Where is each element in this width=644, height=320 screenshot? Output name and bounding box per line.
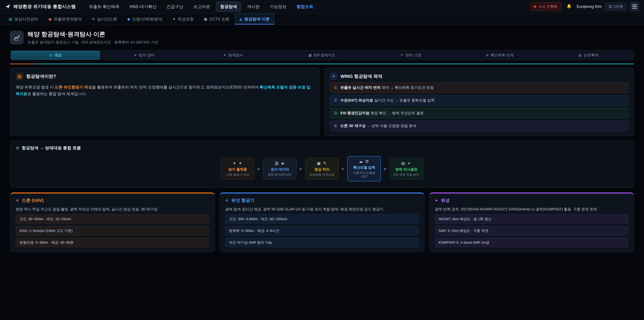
what-is-aerial-search-card: ▤ 항공탐색이란? 해양 유류오염 발생 시 드론·유인항공기·위성을 활용하여…	[10, 68, 320, 136]
satellite-icon: ✦	[224, 53, 226, 57]
tab-detection-equipment[interactable]: ✈ 탐지 장비	[100, 51, 189, 60]
incident-badge-label: 사고 진행중	[538, 4, 558, 9]
tab-label: 확산예측 연계	[490, 53, 514, 58]
flow-panel-title: ⚙ 항공탐색 → 방제대응 통합 흐름	[16, 145, 628, 151]
flow-step-response-decision: ▤ ✔ 방제 의사결정 ESI 연계·자원 배치	[390, 158, 423, 180]
tab-papers-patents[interactable]: ▤ 논문특허	[544, 51, 633, 60]
number-3-icon: ③	[334, 111, 338, 115]
tab-label: 원격탐사	[228, 53, 243, 58]
overview-icon: ◎	[49, 53, 52, 57]
pencil-icon: ✎	[400, 53, 403, 57]
nav-board[interactable]: 게시판	[243, 2, 264, 12]
flow-step-subtitle: ESI 연계·자원 배치	[392, 173, 421, 177]
app-root: 해양환경 위기대응 통합시스템 유출유 확산예측 HNS·대기확산 긴급구난 보…	[0, 0, 644, 320]
flow-arrow-icon: ▶	[258, 167, 260, 171]
tab-label: 면적 산정	[405, 53, 421, 58]
subnav-realtime-drone[interactable]: ✈ 실시간드론	[87, 14, 122, 25]
spec-row: 고도: 30~500m · 속도: 15~25m/s	[16, 214, 209, 224]
page-subtitle: 유출유 원격탐지·항공감시 기법 · ESI 방제정보지도 · 등록특허 10-…	[28, 40, 158, 45]
page-header-text: 해양 항공탐색·원격탐사 이론 유출유 원격탐지·항공감시 기법 · ESI 방…	[28, 30, 158, 45]
number-4-icon: ④	[334, 124, 338, 128]
page-header: 해양 항공탐색·원격탐사 이론 유출유 원격탐지·항공감시 기법 · ESI 방…	[10, 30, 634, 45]
purpose-text: 유출유 실시간 위치·면적 파악 → 확산예측 초기조건 보정	[340, 85, 434, 90]
tab-area-calculation[interactable]: ✎ 면적 산정	[366, 51, 455, 60]
text-segment: 로 활용하는 통합 탐색 체계입니다.	[27, 92, 87, 96]
gear-icon: ⚙	[16, 146, 20, 150]
chart-icon: ◭	[240, 17, 242, 21]
user-name: Eunjeong Kim	[577, 4, 602, 9]
droplet-3d-icon: ◆	[127, 17, 130, 21]
platform-description: 광역·반복 관측. SST(NOAA AVHRR·NGSST)·SAR(Sent…	[435, 206, 628, 212]
main-content: 해양 항공탐색·원격탐사 이론 유출유 원격탐지·항공감시 기법 · ESI 방…	[0, 25, 644, 266]
card-header: ✈ 드론 (UAV)	[16, 197, 209, 203]
nav-oil-spill-prediction[interactable]: 유출유 확산예측	[84, 2, 124, 12]
hamburger-menu-button[interactable]	[630, 2, 639, 11]
alert-dot-icon	[534, 6, 536, 8]
subnav-aerial-search-theory[interactable]: ◭ 항공탐색 이론	[235, 14, 274, 25]
line-chart-icon	[10, 31, 24, 44]
nav-integrated-search[interactable]: 통합조회	[292, 2, 318, 12]
purpose-item-3: ③ ESI 환경민감자원 현장 확인 → 방제 우선순위 결정	[330, 108, 628, 118]
subnav-label: 실시간드론	[97, 17, 117, 22]
notifications-bell-button[interactable]	[565, 2, 574, 11]
tab-label: 개요	[54, 53, 62, 58]
nav-weather-info[interactable]: 기상정보	[265, 2, 291, 12]
nav-aerial-search[interactable]: 항공탐색	[216, 2, 241, 12]
sub-navigation-bar: ▤ 영상사진관리 ◉ 유출유면적분석 ✈ 실시간드론 ◆ 오염/선박3D분석 ✦…	[0, 14, 644, 25]
purpose-rest: 실시간 수신 → 유출유 풍화모델 입력	[373, 98, 435, 102]
subnav-oil-area-analysis[interactable]: ◉ 유출유면적분석	[44, 14, 86, 25]
link-icon: ⇄	[486, 53, 488, 57]
subnav-label: 유출유면적분석	[54, 17, 82, 22]
wing-purpose-card: ✦ WING 항공탐색 목적 ① 유출유 실시간 위치·면적 파악 → 확산예측…	[324, 68, 634, 136]
map-icon: ▦	[308, 53, 312, 57]
platform-title: 위성	[441, 197, 450, 203]
tab-prediction-link[interactable]: ⇄ 확산예측 연계	[455, 51, 544, 60]
text-segment: 을 활용하여 유출유의 위치·면적·오염형태를 실시간으로 탐지하고, 방제정보…	[92, 85, 260, 89]
tab-remote-sensing[interactable]: ✦ 원격탐사	[189, 51, 278, 60]
purpose-strong: 드론 3D 재구성	[340, 124, 366, 128]
nav-emergency-rescue[interactable]: 긴급구난	[162, 2, 188, 12]
number-1-icon: ①	[334, 85, 338, 90]
hamburger-bar	[632, 5, 637, 5]
purpose-item-1: ① 유출유 실시간 위치·면적 파악 → 확산예측 초기조건 보정	[330, 82, 628, 93]
app-logo[interactable]: 해양환경 위기대응 통합시스템	[5, 4, 76, 10]
flow-step-title: 방제 의사결정	[392, 167, 421, 172]
card-header: ▤ 항공탐색이란?	[16, 73, 314, 80]
spec-row: NGSST: 5km 해상도 · 일 1회 갱신	[435, 214, 628, 224]
subnav-image-photo-management[interactable]: ▤ 영상사진관리	[4, 14, 43, 25]
spec-row: SAR: 5~25m 해상도 · 구름 무관	[435, 226, 628, 235]
subnav-label: 위성요청	[178, 17, 194, 22]
subnav-cctv-view[interactable]: ▣ CCTV 조회	[199, 14, 234, 25]
satellite-icon: ✦	[172, 17, 176, 21]
overview-section: ▤ 항공탐색이란? 해양 유류오염 발생 시 드론·유인항공기·위성을 활용하여…	[10, 68, 634, 136]
section-accent-divider	[10, 64, 634, 64]
logout-button[interactable]: 로그아웃	[605, 2, 626, 11]
nav-reports[interactable]: 보고자료	[189, 2, 214, 12]
tab-overview[interactable]: ◎ 개요	[11, 51, 100, 60]
tab-esi-map[interactable]: ▦ ESI 방제지도	[278, 51, 366, 60]
page-title: 해양 항공탐색·원격탐사 이론	[28, 30, 158, 39]
purpose-text: 드론 3D 재구성 → 선박 식별·오염원 정밀 분석	[340, 123, 416, 128]
top-navigation-bar: 해양환경 위기대응 통합시스템 유출유 확산예측 HNS·대기확산 긴급구난 보…	[0, 0, 644, 14]
spec-row: GSD: 1~5cm/px (100m 고도 기준)	[16, 226, 209, 235]
flow-step-detection-platform: ✈ ✦ 탐지 플랫폼 드론·항공기·위성	[221, 158, 254, 180]
hamburger-bar	[632, 8, 637, 9]
platform-icons: ✈ ✦	[223, 161, 252, 166]
tab-label: ESI 방제지도	[314, 53, 336, 58]
flow-step-subtitle: 드론·항공기·위성	[223, 173, 252, 177]
nav-hns-dispersion[interactable]: HNS·대기확산	[125, 2, 161, 12]
flow-step-model-input: ☁ ⚙ 확산모델 입력 유출위치·유출량·SST	[347, 156, 381, 181]
platform-title: 드론 (UAV)	[22, 197, 44, 203]
sensor-icons: ▥ ◈	[266, 161, 294, 166]
spec-row: KOMPSAT-5: X-band SAR 1m급	[435, 238, 628, 247]
subnav-satellite-request[interactable]: ✦ 위성요청	[168, 14, 198, 25]
highlight-platforms: 드론·유인항공기·위성	[55, 85, 92, 89]
subnav-label: CCTV 조회	[209, 17, 230, 22]
purpose-rest: 현장 확인 → 방제 우선순위 결정	[370, 111, 424, 115]
incident-in-progress-badge[interactable]: 사고 진행중	[530, 2, 561, 11]
flow-title-text: 항공탐색 → 방제대응 통합 흐름	[22, 145, 81, 151]
subnav-pollution-ship-3d[interactable]: ◆ 오염/선박3D분석	[122, 14, 167, 25]
subnav-label: 영상사진관리	[14, 17, 38, 22]
oil-droplet-icon: ◉	[48, 17, 52, 21]
purpose-rest: 파악 → 확산예측 초기조건 보정	[380, 85, 434, 90]
